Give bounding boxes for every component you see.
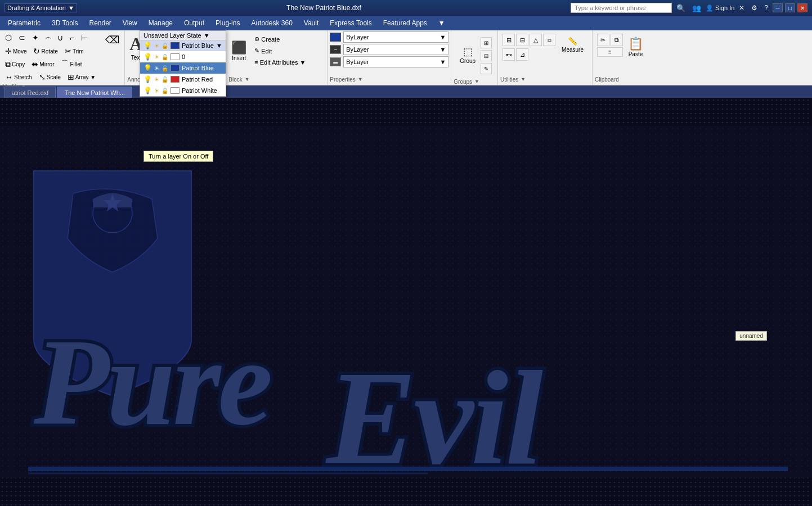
- extend-button[interactable]: ⊢: [78, 31, 91, 43]
- stretch-button[interactable]: ↔ Stretch: [2, 71, 35, 83]
- menu-render[interactable]: Render: [84, 17, 117, 29]
- layer-lock-icon-blue[interactable]: 🔓: [161, 65, 168, 71]
- sign-in-button[interactable]: 👤 Sign In: [706, 4, 734, 12]
- layer-vis-icon-blue[interactable]: 💡: [143, 64, 152, 72]
- edit-attributes-button[interactable]: ≡ Edit Attributes ▼: [252, 57, 308, 67]
- help-icon: ?: [764, 4, 768, 12]
- rotate-button[interactable]: ↻ Rotate: [30, 46, 60, 57]
- sign-in-user-icon: 👤: [706, 4, 714, 12]
- menu-more[interactable]: ▼: [433, 17, 451, 29]
- explode-button[interactable]: ✦: [29, 31, 42, 43]
- utility-tool-5[interactable]: ⊷: [503, 48, 515, 61]
- join-button[interactable]: ∪: [55, 31, 66, 43]
- paste-label: Paste: [629, 51, 643, 57]
- groups-expand-icon[interactable]: ▼: [473, 78, 481, 85]
- polyline-button[interactable]: ⬡: [2, 31, 15, 43]
- layer-row-patriot-blue[interactable]: 💡 ☀ 🔓 Patriot Blue: [140, 62, 226, 74]
- properties-expand-icon[interactable]: ▼: [357, 76, 364, 83]
- create-button[interactable]: ⊕ Create: [252, 34, 308, 44]
- menu-output[interactable]: Output: [178, 17, 210, 29]
- color-dropdown[interactable]: ByLayer ▼: [343, 31, 448, 43]
- group-label: Group: [460, 58, 475, 64]
- search-input[interactable]: [571, 3, 672, 13]
- array-button[interactable]: ⊞ Array ▼: [65, 71, 99, 83]
- mirror-button[interactable]: ⬌ Mirror: [29, 58, 57, 70]
- break-button[interactable]: ⌢: [43, 31, 53, 43]
- utility-tool-6[interactable]: ⊿: [516, 48, 528, 61]
- maximize-button[interactable]: □: [785, 3, 795, 12]
- group-tool-2[interactable]: ⊟: [481, 50, 492, 61]
- canvas[interactable]: Pure Evil Pure Evil Pure Evil unnamed: [0, 98, 812, 506]
- layer-row-patriot-red[interactable]: 💡 ☀ 🔓 Patriot Red: [140, 74, 226, 85]
- copy-button[interactable]: ⧉ Copy: [2, 58, 28, 70]
- linetype-dropdown[interactable]: ByLayer ▼: [343, 44, 448, 55]
- layer-vis-icon-red[interactable]: 💡: [143, 75, 152, 83]
- menu-express-tools[interactable]: Express Tools: [324, 17, 377, 29]
- utility-tool-2[interactable]: ⊟: [516, 34, 528, 46]
- group-tool-3[interactable]: ✎: [481, 63, 492, 74]
- current-layer-name: Patriot Blue: [182, 42, 214, 49]
- move-button[interactable]: ✛ Move: [2, 46, 29, 57]
- linetype-bylayer-label: ByLayer: [346, 46, 369, 53]
- layer-current-row[interactable]: 💡 ☀ 🔓 Patriot Blue ▼: [140, 40, 226, 51]
- match-properties-button[interactable]: ≡: [597, 47, 623, 57]
- erase-button[interactable]: ⌫: [102, 31, 122, 48]
- clipboard-section-bottom: Clipboard: [595, 75, 648, 84]
- block-expand-icon[interactable]: ▼: [244, 76, 251, 83]
- clipboard-cut-button[interactable]: ✂: [597, 34, 609, 46]
- utility-tool-1[interactable]: ⊞: [503, 34, 515, 46]
- clipboard-copy-button[interactable]: ⧉: [611, 34, 623, 46]
- layer-vis-icon-0[interactable]: 💡: [143, 53, 152, 61]
- close-button[interactable]: ✕: [797, 3, 807, 12]
- utility-tool-3[interactable]: △: [530, 34, 542, 46]
- layer-vis-icon-current: 💡: [143, 42, 152, 49]
- chamfer-button[interactable]: ⌐: [67, 31, 77, 43]
- group-tool-1[interactable]: ⊞: [481, 37, 492, 48]
- menu-featured-apps[interactable]: Featured Apps: [378, 17, 433, 29]
- edit-label: Edit: [261, 48, 272, 55]
- menu-vault[interactable]: Vault: [298, 17, 324, 29]
- layer-sun-icon-blue: ☀: [154, 65, 159, 71]
- workspace-selector[interactable]: Drafting & Annotation ▼: [5, 3, 77, 12]
- trim-button[interactable]: ✂ Trim: [62, 46, 87, 57]
- tab-1-label: The New Patriot Wh...: [64, 89, 125, 96]
- menu-autodesk360[interactable]: Autodesk 360: [245, 17, 298, 29]
- scale-button[interactable]: ⤡ Scale: [36, 71, 64, 83]
- utility-tool-4[interactable]: ⧈: [543, 34, 555, 46]
- artwork: Pure Evil Pure Evil Pure Evil: [0, 98, 812, 506]
- insert-button[interactable]: ⬛ Insert: [228, 38, 249, 64]
- measure-button[interactable]: 📏 Measure: [558, 34, 587, 56]
- paste-icon: 📋: [628, 37, 643, 51]
- layer-state-row[interactable]: Unsaved Layer State ▼: [140, 31, 226, 40]
- fillet-button[interactable]: ⌒ Fillet: [58, 58, 84, 70]
- prop-row-2: ━ ByLayer ▼: [330, 44, 448, 55]
- sign-in-label: Sign In: [715, 4, 734, 11]
- tab-patriot-red[interactable]: atriot Red.dxf: [5, 87, 56, 98]
- layer-lock-icon-red[interactable]: 🔓: [161, 76, 168, 83]
- menu-view[interactable]: View: [117, 17, 143, 29]
- edit-button[interactable]: ✎ Edit: [252, 46, 308, 56]
- lineweight-dropdown[interactable]: ByLayer ▼: [343, 56, 448, 67]
- search-icon: 🔍: [676, 4, 685, 12]
- menu-plugins[interactable]: Plug-ins: [210, 17, 245, 29]
- utilities-expand-icon[interactable]: ▼: [519, 76, 527, 83]
- offset-button[interactable]: ⊂: [16, 31, 28, 43]
- layer-lock-icon-0[interactable]: 🔓: [161, 54, 168, 60]
- create-icon: ⊕: [254, 35, 259, 43]
- groups-section-bottom: Groups ▼: [454, 78, 495, 86]
- menu-manage[interactable]: Manage: [143, 17, 178, 29]
- menu-3dtools[interactable]: 3D Tools: [46, 17, 83, 29]
- layer-vis-icon-white[interactable]: 💡: [143, 87, 152, 94]
- lineweight-icon: ▬: [330, 57, 341, 66]
- minimize-button[interactable]: ─: [773, 3, 783, 12]
- menu-parametric[interactable]: Parametric: [2, 17, 46, 29]
- create-label: Create: [261, 36, 280, 43]
- group-button[interactable]: ⬚ Group: [457, 35, 478, 74]
- paste-button[interactable]: 📋 Paste: [625, 34, 646, 60]
- copy-icon: ⧉: [5, 60, 11, 69]
- edit-attr-dropdown-icon: ▼: [300, 59, 306, 66]
- tab-new-patriot[interactable]: The New Patriot Wh...: [57, 87, 132, 98]
- layer-row-patriot-white[interactable]: 💡 ☀ 🔓 Patriot White: [140, 85, 226, 96]
- layer-row-0[interactable]: 💡 ☀ 🔓 0: [140, 51, 226, 62]
- layer-lock-icon-white[interactable]: 🔓: [161, 88, 168, 94]
